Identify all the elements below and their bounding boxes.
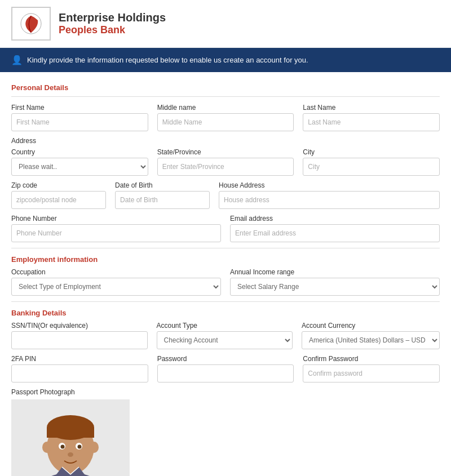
- user-icon: 👤: [11, 55, 23, 65]
- banking-row-2: 2FA PIN Password Confirm Password: [11, 355, 440, 382]
- last-name-label: Last Name: [303, 104, 440, 112]
- svg-point-6: [42, 442, 51, 453]
- dob-label: Date of Birth: [115, 181, 210, 189]
- first-name-input[interactable]: [11, 113, 148, 131]
- ssn-input[interactable]: [11, 331, 148, 349]
- passport-label: Passport Photograph: [11, 388, 440, 396]
- house-address-label: House Address: [219, 181, 440, 189]
- first-name-group: First Name: [11, 104, 148, 131]
- city-input[interactable]: [303, 158, 440, 176]
- pin-input[interactable]: [11, 364, 148, 382]
- logo-icon: [19, 11, 43, 36]
- svg-rect-5: [47, 428, 94, 438]
- country-group: Country Please wait..: [11, 148, 148, 176]
- email-label: Email address: [230, 215, 440, 223]
- state-group: State/Province: [157, 148, 294, 176]
- bank-name: Peoples Bank: [59, 24, 166, 37]
- svg-point-10: [61, 445, 65, 449]
- svg-point-11: [78, 445, 82, 449]
- passport-section: Passport Photograph: [11, 388, 440, 476]
- state-input[interactable]: [157, 158, 294, 176]
- password-input[interactable]: [157, 364, 294, 382]
- account-type-group: Account Type Checking Account: [157, 322, 293, 349]
- income-label: Annual Income range: [230, 268, 440, 276]
- passport-photo-area: [11, 399, 130, 476]
- last-name-group: Last Name: [303, 104, 440, 131]
- header: Enterprise Holdings Peoples Bank: [0, 0, 451, 48]
- zip-group: Zip code: [11, 181, 106, 209]
- house-address-input[interactable]: [219, 191, 440, 209]
- personal-details-header: Personal Details: [11, 83, 440, 92]
- address-row-1: Country Please wait.. State/Province Cit…: [11, 148, 440, 176]
- confirm-password-input[interactable]: [303, 364, 440, 382]
- first-name-label: First Name: [11, 104, 148, 112]
- city-group: City: [303, 148, 440, 176]
- banking-header: Banking Details: [11, 309, 440, 317]
- address-row-2: Zip code Date of Birth House Address: [11, 181, 440, 209]
- name-row: First Name Middle name Last Name: [11, 104, 440, 131]
- header-text: Enterprise Holdings Peoples Bank: [59, 11, 166, 37]
- address-label: Address: [11, 137, 440, 145]
- svg-point-7: [90, 442, 99, 453]
- email-input[interactable]: [230, 224, 440, 242]
- pin-group: 2FA PIN: [11, 355, 148, 382]
- middle-name-input[interactable]: [157, 113, 294, 131]
- banner-text: Kindly provide the information requested…: [27, 56, 308, 64]
- city-label: City: [303, 148, 440, 156]
- ssn-label: SSN/TIN(Or equivalence): [11, 322, 148, 330]
- svg-point-12: [68, 452, 73, 457]
- ssn-group: SSN/TIN(Or equivalence): [11, 322, 148, 349]
- account-currency-label: Account Currency: [302, 322, 440, 330]
- logo-box: [11, 7, 51, 41]
- zip-input[interactable]: [11, 191, 106, 209]
- middle-name-group: Middle name: [157, 104, 294, 131]
- zip-label: Zip code: [11, 181, 106, 189]
- last-name-input[interactable]: [303, 113, 440, 131]
- dob-group: Date of Birth: [115, 181, 210, 209]
- banking-row-1: SSN/TIN(Or equivalence) Account Type Che…: [11, 322, 440, 349]
- info-banner: 👤 Kindly provide the information request…: [0, 48, 451, 72]
- banking-divider: [11, 301, 440, 302]
- dob-input[interactable]: [115, 191, 210, 209]
- phone-group: Phone Number: [11, 215, 221, 242]
- account-type-select[interactable]: Checking Account: [157, 331, 293, 349]
- password-label: Password: [157, 355, 294, 363]
- state-label: State/Province: [157, 148, 294, 156]
- country-select[interactable]: Please wait..: [11, 158, 148, 176]
- confirm-password-group: Confirm Password: [303, 355, 440, 382]
- password-group: Password: [157, 355, 294, 382]
- account-currency-select[interactable]: America (United States) Dollars – USD: [302, 331, 440, 349]
- employment-divider: [11, 248, 440, 248]
- occupation-label: Occupation: [11, 268, 221, 276]
- country-label: Country: [11, 148, 148, 156]
- employment-row: Occupation Select Type of Employment Ann…: [11, 268, 440, 296]
- occupation-select[interactable]: Select Type of Employment: [11, 278, 221, 296]
- phone-label: Phone Number: [11, 215, 221, 223]
- contact-row: Phone Number Email address: [11, 215, 440, 242]
- avatar-svg: [11, 402, 130, 476]
- confirm-password-label: Confirm Password: [303, 355, 440, 363]
- occupation-group: Occupation Select Type of Employment: [11, 268, 221, 296]
- account-currency-group: Account Currency America (United States)…: [302, 322, 440, 349]
- pin-label: 2FA PIN: [11, 355, 148, 363]
- company-name: Enterprise Holdings: [59, 11, 166, 24]
- employment-header: Employment information: [11, 255, 440, 264]
- income-select[interactable]: Select Salary Range: [230, 278, 440, 296]
- email-group: Email address: [230, 215, 440, 242]
- form-container: Personal Details First Name Middle name …: [0, 72, 451, 476]
- phone-input[interactable]: [11, 224, 221, 242]
- house-address-group: House Address: [219, 181, 440, 209]
- income-group: Annual Income range Select Salary Range: [230, 268, 440, 296]
- account-type-label: Account Type: [157, 322, 293, 330]
- personal-divider: [11, 96, 440, 97]
- middle-name-label: Middle name: [157, 104, 294, 112]
